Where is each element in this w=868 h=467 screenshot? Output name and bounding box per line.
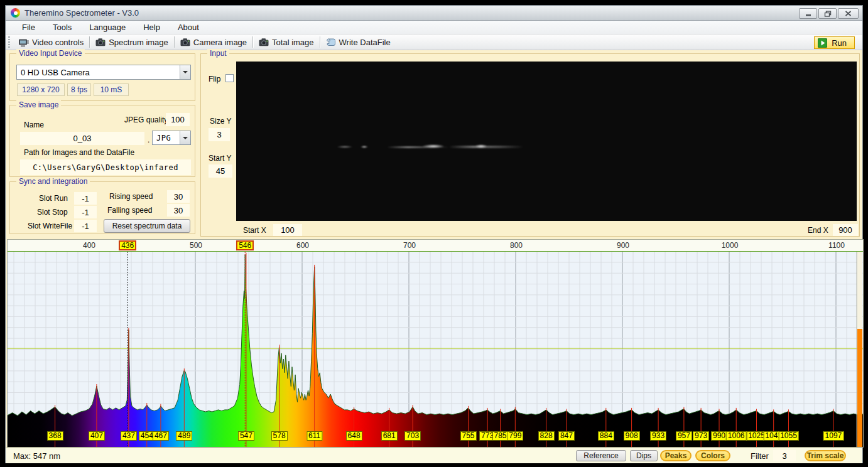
toolbar-separator <box>320 36 320 48</box>
save-image-group: Save image JPEG quality 100 Name 0_03 . … <box>9 105 195 177</box>
peaks-button[interactable]: Peaks <box>660 450 692 461</box>
spectral-line-streak <box>422 144 445 148</box>
peak-label: 884 <box>598 431 614 441</box>
size-y-field[interactable]: 3 <box>209 128 230 141</box>
window-title: Theremino Spectrometer - V3.0 <box>24 8 139 18</box>
camera-icon <box>95 38 106 46</box>
save-image-group-title: Save image <box>16 100 61 109</box>
axis-tick: 700 <box>403 241 416 250</box>
format-select[interactable]: JPG <box>152 131 191 145</box>
menu-item-help[interactable]: Help <box>134 21 169 34</box>
video-device-dropdown-button[interactable] <box>180 65 190 79</box>
toolbar-button-spectrum-image[interactable]: Spectrum image <box>90 36 173 48</box>
level-indicator-thumb[interactable] <box>857 329 862 447</box>
toolbar-button-total-image[interactable]: Total image <box>254 36 318 48</box>
minimize-button[interactable] <box>799 8 817 19</box>
window-controls <box>799 8 859 19</box>
trim-scale-button[interactable]: Trim scale <box>805 450 846 461</box>
menu-item-about[interactable]: About <box>169 21 208 34</box>
spectrum-chart: 40050060070080090010001100 4365463684074… <box>7 239 864 448</box>
toolbar-separator <box>174 36 175 48</box>
highlight-marker-546: 546 <box>236 240 254 250</box>
start-y-field[interactable]: 45 <box>209 164 232 178</box>
slot-writefile-field[interactable]: -1 <box>74 220 97 232</box>
peak-label: 847 <box>558 431 575 441</box>
peak-label: 578 <box>271 431 288 441</box>
falling-speed-field[interactable]: 30 <box>167 204 190 217</box>
end-x-field[interactable]: 900 <box>833 224 858 236</box>
peak-label: 489 <box>176 431 192 441</box>
camera-icon <box>180 38 190 46</box>
rising-speed-field[interactable]: 30 <box>167 190 190 203</box>
spectrum-plot-area <box>8 252 863 447</box>
colors-button[interactable]: Colors <box>695 450 730 461</box>
menu-item-file[interactable]: File <box>13 21 44 34</box>
close-button[interactable] <box>838 8 859 19</box>
chevron-down-icon <box>183 137 188 139</box>
slot-stop-label: Slot Stop <box>37 208 68 217</box>
reset-spectrum-button[interactable]: Reset spectrum data <box>104 219 190 233</box>
rising-speed-label: Rising speed <box>109 192 153 201</box>
reference-button[interactable]: Reference <box>576 450 626 461</box>
chevron-down-icon <box>183 71 188 73</box>
axis-tick: 1100 <box>828 241 845 250</box>
jpeg-quality-field[interactable]: 100 <box>166 113 190 126</box>
toolbar-separator <box>89 36 90 48</box>
dips-button[interactable]: Dips <box>630 450 658 461</box>
video-device-select[interactable]: 0 HD USB Camera <box>16 65 191 80</box>
datafile-icon <box>326 38 336 46</box>
slot-run-field[interactable]: -1 <box>74 192 97 205</box>
menu-item-language[interactable]: Language <box>80 21 134 34</box>
peak-label: 990 <box>711 431 727 441</box>
minimize-icon <box>805 11 812 17</box>
run-button[interactable]: Run <box>814 36 855 49</box>
toolbar-button-camera-image[interactable]: Camera image <box>175 36 252 48</box>
peak-label: 933 <box>650 431 666 441</box>
peak-label: 437 <box>121 431 137 441</box>
restore-button[interactable] <box>818 8 837 19</box>
slot-writefile-label: Slot WriteFile <box>28 222 72 230</box>
peak-label: 467 <box>153 431 169 441</box>
peak-label: 755 <box>460 431 476 441</box>
slot-stop-field[interactable]: -1 <box>74 206 97 218</box>
format-dropdown-button[interactable] <box>180 131 190 144</box>
flip-checkbox[interactable] <box>225 74 234 82</box>
restore-icon <box>824 11 832 17</box>
video-input-group: Video Input Device 0 HD USB Camera 1280 … <box>9 53 195 101</box>
run-label: Run <box>832 38 847 48</box>
resolution-value: 1280 x 720 <box>17 83 65 96</box>
falling-speed-label: Falling speed <box>107 206 152 215</box>
menu-item-tools[interactable]: Tools <box>44 21 80 34</box>
peak-label: 611 <box>307 431 322 441</box>
slot-run-label: Slot Run <box>39 194 68 203</box>
fps-value: 8 fps <box>67 83 91 96</box>
toolbar-button-video-controls[interactable]: Video controls <box>13 36 89 48</box>
spectral-line-streak <box>475 144 487 148</box>
start-x-label: Start X <box>243 226 266 235</box>
axis-tick: 800 <box>510 241 523 250</box>
peak-label: 368 <box>47 431 63 441</box>
file-name-field[interactable]: 0_03 <box>20 132 144 145</box>
peak-label: 799 <box>507 431 523 441</box>
toolbar-button-label: Spectrum image <box>109 38 168 47</box>
path-field[interactable]: C:\Users\GaryG\Desktop\infared <box>20 159 191 175</box>
toolbar: Video controlsSpectrum imageCamera image… <box>6 35 862 50</box>
peak-label: 785 <box>492 431 508 441</box>
toolbar-button-label: Total image <box>272 38 313 47</box>
spectral-line-streak <box>337 146 353 148</box>
peak-label: 1055 <box>778 431 799 441</box>
toolbar-button-label: Write DataFile <box>339 38 391 47</box>
start-x-field[interactable]: 100 <box>273 224 302 236</box>
toolbar-button-write-datafile[interactable]: Write DataFile <box>321 36 396 48</box>
peak-label: 828 <box>538 431 555 441</box>
camera-icon <box>259 38 269 46</box>
filter-field[interactable]: 3 <box>773 450 796 461</box>
peak-label: 973 <box>693 431 709 441</box>
peak-label: 407 <box>89 431 105 441</box>
path-label: Path for Images and the DataFile <box>24 148 134 157</box>
name-label: Name <box>24 121 44 129</box>
toolbar-grip <box>8 36 10 48</box>
toolbar-button-label: Camera image <box>193 38 247 47</box>
titlebar: Theremino Spectrometer - V3.0 <box>6 6 862 21</box>
play-icon <box>818 38 827 48</box>
